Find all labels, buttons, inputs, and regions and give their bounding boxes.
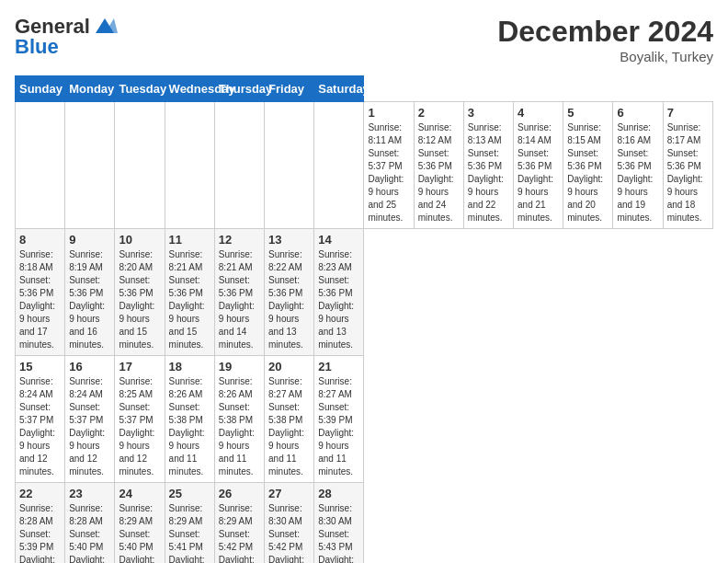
calendar-cell: 28Sunrise: 8:30 AMSunset: 5:43 PMDayligh… [314,483,364,564]
calendar-cell: 15Sunrise: 8:24 AMSunset: 5:37 PMDayligh… [16,356,65,483]
day-number: 26 [219,487,260,500]
day-number: 23 [69,487,110,500]
day-number: 24 [119,487,160,500]
day-info: Sunrise: 8:24 AMSunset: 5:37 PMDaylight:… [69,376,105,477]
calendar-cell [314,102,364,229]
day-number: 13 [268,233,310,247]
day-info: Sunrise: 8:22 AMSunset: 5:36 PMDaylight:… [268,249,304,350]
day-number: 9 [69,233,110,247]
day-info: Sunrise: 8:29 AMSunset: 5:40 PMDaylight:… [119,503,154,563]
day-header-monday: Monday [65,76,115,102]
day-info: Sunrise: 8:29 AMSunset: 5:41 PMDaylight:… [169,503,205,563]
location: Boyalik, Turkey [497,49,713,64]
day-number: 11 [169,233,210,247]
day-number: 27 [268,487,310,500]
calendar-table: SundayMondayTuesdayWednesdayThursdayFrid… [15,75,713,563]
calendar-cell: 3Sunrise: 8:13 AMSunset: 5:36 PMDaylight… [463,102,513,229]
day-info: Sunrise: 8:21 AMSunset: 5:36 PMDaylight:… [169,249,205,350]
day-number: 16 [69,360,110,373]
day-info: Sunrise: 8:27 AMSunset: 5:38 PMDaylight:… [268,376,304,477]
page-container: General Blue December 2024 Boyalik, Turk… [0,0,728,563]
day-info: Sunrise: 8:12 AMSunset: 5:36 PMDaylight:… [418,122,454,223]
day-number: 8 [19,233,61,247]
header-row: SundayMondayTuesdayWednesdayThursdayFrid… [16,76,713,102]
day-info: Sunrise: 8:28 AMSunset: 5:40 PMDaylight:… [69,503,105,563]
calendar-cell [165,102,214,229]
calendar-cell: 12Sunrise: 8:21 AMSunset: 5:36 PMDayligh… [214,229,264,356]
day-header-saturday: Saturday [314,76,364,102]
day-info: Sunrise: 8:26 AMSunset: 5:38 PMDaylight:… [219,376,255,477]
day-info: Sunrise: 8:14 AMSunset: 5:36 PMDaylight:… [518,122,553,223]
day-number: 3 [468,106,509,120]
week-row-2: 8Sunrise: 8:18 AMSunset: 5:36 PMDaylight… [16,229,713,356]
day-info: Sunrise: 8:19 AMSunset: 5:36 PMDaylight:… [69,249,105,350]
day-number: 22 [19,487,61,500]
calendar-cell: 17Sunrise: 8:25 AMSunset: 5:37 PMDayligh… [115,356,165,483]
day-number: 4 [518,106,559,120]
day-number: 25 [169,487,210,500]
calendar-cell: 11Sunrise: 8:21 AMSunset: 5:36 PMDayligh… [165,229,214,356]
calendar-cell: 26Sunrise: 8:29 AMSunset: 5:42 PMDayligh… [214,483,264,564]
day-number: 5 [567,106,609,120]
day-number: 12 [219,233,260,247]
day-number: 17 [119,360,160,373]
day-number: 2 [418,106,460,120]
day-number: 18 [169,360,210,373]
day-info: Sunrise: 8:20 AMSunset: 5:36 PMDaylight:… [119,249,154,350]
calendar-cell: 2Sunrise: 8:12 AMSunset: 5:36 PMDaylight… [414,102,463,229]
week-row-1: 1Sunrise: 8:11 AMSunset: 5:37 PMDaylight… [16,102,713,229]
day-number: 28 [318,487,359,500]
day-number: 15 [19,360,61,373]
calendar-cell: 22Sunrise: 8:28 AMSunset: 5:39 PMDayligh… [16,483,65,564]
calendar-cell [214,102,264,229]
header: General Blue December 2024 Boyalik, Turk… [15,15,713,64]
day-info: Sunrise: 8:11 AMSunset: 5:37 PMDaylight:… [368,122,404,223]
calendar-cell: 7Sunrise: 8:17 AMSunset: 5:36 PMDaylight… [663,102,712,229]
day-number: 6 [617,106,658,120]
calendar-cell [16,102,65,229]
month-title: December 2024 [497,15,713,49]
day-info: Sunrise: 8:15 AMSunset: 5:36 PMDaylight:… [567,122,603,223]
calendar-cell: 9Sunrise: 8:19 AMSunset: 5:36 PMDaylight… [65,229,115,356]
title-block: December 2024 Boyalik, Turkey [497,15,713,64]
day-info: Sunrise: 8:25 AMSunset: 5:37 PMDaylight:… [119,376,154,477]
calendar-cell [115,102,165,229]
calendar-cell: 14Sunrise: 8:23 AMSunset: 5:36 PMDayligh… [314,229,364,356]
logo: General Blue [15,15,119,59]
calendar-cell: 21Sunrise: 8:27 AMSunset: 5:39 PMDayligh… [314,356,364,483]
calendar-cell: 24Sunrise: 8:29 AMSunset: 5:40 PMDayligh… [115,483,165,564]
day-info: Sunrise: 8:13 AMSunset: 5:36 PMDaylight:… [468,122,504,223]
week-row-4: 22Sunrise: 8:28 AMSunset: 5:39 PMDayligh… [16,483,713,564]
day-number: 10 [119,233,160,247]
calendar-cell: 6Sunrise: 8:16 AMSunset: 5:36 PMDaylight… [613,102,663,229]
calendar-cell: 13Sunrise: 8:22 AMSunset: 5:36 PMDayligh… [265,229,314,356]
calendar-cell: 10Sunrise: 8:20 AMSunset: 5:36 PMDayligh… [115,229,165,356]
logo-blue: Blue [15,35,59,59]
day-header-tuesday: Tuesday [115,76,165,102]
calendar-cell: 5Sunrise: 8:15 AMSunset: 5:36 PMDaylight… [563,102,613,229]
calendar-cell [65,102,115,229]
day-info: Sunrise: 8:18 AMSunset: 5:36 PMDaylight:… [19,249,55,350]
day-number: 20 [268,360,310,373]
day-info: Sunrise: 8:26 AMSunset: 5:38 PMDaylight:… [169,376,205,477]
calendar-cell: 4Sunrise: 8:14 AMSunset: 5:36 PMDaylight… [514,102,563,229]
day-info: Sunrise: 8:17 AMSunset: 5:36 PMDaylight:… [667,122,703,223]
week-row-3: 15Sunrise: 8:24 AMSunset: 5:37 PMDayligh… [16,356,713,483]
calendar-cell: 25Sunrise: 8:29 AMSunset: 5:41 PMDayligh… [165,483,214,564]
calendar-cell: 23Sunrise: 8:28 AMSunset: 5:40 PMDayligh… [65,483,115,564]
day-info: Sunrise: 8:21 AMSunset: 5:36 PMDaylight:… [219,249,255,350]
day-number: 19 [219,360,260,373]
day-header-sunday: Sunday [16,76,65,102]
calendar-cell: 20Sunrise: 8:27 AMSunset: 5:38 PMDayligh… [265,356,314,483]
day-info: Sunrise: 8:30 AMSunset: 5:42 PMDaylight:… [268,503,304,563]
calendar-cell: 19Sunrise: 8:26 AMSunset: 5:38 PMDayligh… [214,356,264,483]
day-info: Sunrise: 8:29 AMSunset: 5:42 PMDaylight:… [219,503,255,563]
calendar-cell: 16Sunrise: 8:24 AMSunset: 5:37 PMDayligh… [65,356,115,483]
day-info: Sunrise: 8:28 AMSunset: 5:39 PMDaylight:… [19,503,55,563]
day-info: Sunrise: 8:16 AMSunset: 5:36 PMDaylight:… [617,122,653,223]
day-number: 21 [318,360,359,373]
logo-icon [92,17,118,37]
calendar-cell [265,102,314,229]
day-number: 14 [318,233,359,247]
day-info: Sunrise: 8:27 AMSunset: 5:39 PMDaylight:… [318,376,354,477]
